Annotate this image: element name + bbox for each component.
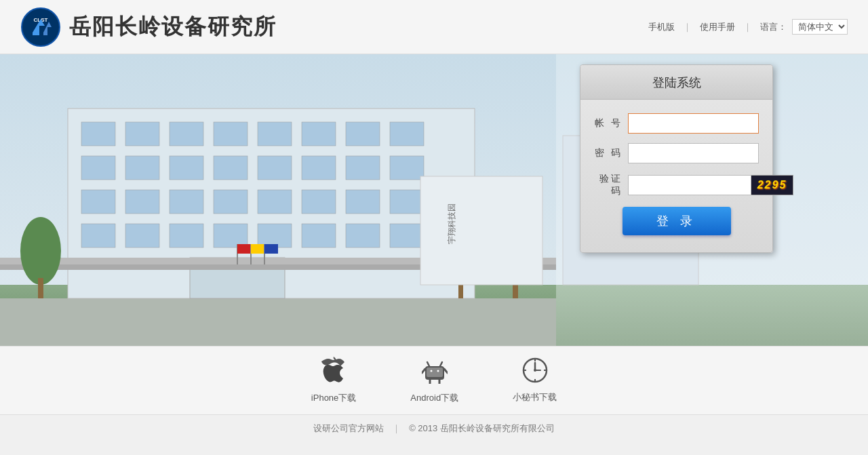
svg-rect-26 bbox=[170, 190, 203, 214]
password-label: 密 码 bbox=[594, 147, 628, 159]
account-label: 帐 号 bbox=[594, 117, 628, 130]
svg-rect-13 bbox=[302, 122, 336, 146]
svg-line-68 bbox=[444, 369, 448, 373]
captcha-text: 2295 bbox=[757, 179, 787, 191]
site-title: 岳阳长岭设备研究所 bbox=[69, 12, 277, 42]
logo-area: CLST 岳阳长岭设备研究所 bbox=[20, 7, 277, 47]
mobile-version-link[interactable]: 手机版 bbox=[648, 21, 675, 33]
svg-rect-8 bbox=[81, 122, 115, 146]
manual-link[interactable]: 使用手册 bbox=[700, 21, 735, 33]
nav-separator-2: ｜ bbox=[743, 21, 752, 33]
iphone-download-label: iPhone下载 bbox=[311, 392, 356, 404]
xiaomishu-download-label: 小秘书下载 bbox=[513, 391, 557, 403]
nav-separator-1: ｜ bbox=[683, 21, 692, 33]
svg-rect-6 bbox=[0, 298, 556, 346]
apple-icon bbox=[321, 357, 346, 388]
lang-label: 语言： bbox=[760, 21, 787, 33]
svg-rect-34 bbox=[170, 224, 203, 248]
svg-rect-33 bbox=[125, 224, 159, 248]
svg-text:宇翔科技园: 宇翔科技园 bbox=[447, 203, 456, 244]
svg-rect-55 bbox=[420, 176, 542, 285]
svg-line-67 bbox=[422, 369, 425, 373]
svg-rect-35 bbox=[214, 224, 248, 248]
header-nav: 手机版 ｜ 使用手册 ｜ 语言： 简体中文 English bbox=[648, 19, 848, 35]
company-website-link[interactable]: 设研公司官方网站 bbox=[313, 422, 384, 435]
svg-rect-15 bbox=[390, 122, 424, 146]
login-button[interactable]: 登 录 bbox=[623, 207, 731, 235]
captcha-row: 验证码 2295 bbox=[594, 173, 759, 197]
captcha-label: 验证码 bbox=[594, 173, 628, 197]
svg-rect-50 bbox=[237, 244, 251, 254]
svg-rect-38 bbox=[346, 224, 380, 248]
android-icon bbox=[422, 357, 448, 388]
login-dialog: 登陆系统 帐 号 密 码 验证码 2295 bbox=[580, 64, 773, 253]
svg-rect-29 bbox=[302, 190, 336, 214]
svg-rect-31 bbox=[390, 190, 424, 214]
login-form: 帐 号 密 码 验证码 2295 登 录 bbox=[580, 100, 772, 252]
svg-rect-27 bbox=[214, 190, 248, 214]
iphone-download-link[interactable]: iPhone下载 bbox=[311, 357, 356, 404]
svg-rect-36 bbox=[258, 224, 292, 248]
svg-rect-18 bbox=[170, 156, 203, 180]
svg-point-64 bbox=[437, 370, 439, 372]
svg-rect-9 bbox=[125, 122, 159, 146]
svg-rect-30 bbox=[346, 190, 380, 214]
svg-rect-54 bbox=[264, 244, 278, 254]
svg-rect-44 bbox=[38, 278, 43, 298]
svg-rect-60 bbox=[427, 368, 443, 377]
svg-rect-10 bbox=[170, 122, 203, 146]
svg-point-43 bbox=[20, 217, 61, 285]
svg-rect-52 bbox=[251, 244, 264, 254]
svg-point-63 bbox=[430, 370, 432, 372]
svg-rect-23 bbox=[390, 156, 424, 180]
svg-rect-22 bbox=[346, 156, 380, 180]
svg-rect-21 bbox=[302, 156, 336, 180]
svg-line-61 bbox=[427, 362, 429, 366]
svg-line-62 bbox=[440, 362, 442, 366]
account-input[interactable] bbox=[628, 113, 759, 134]
account-row: 帐 号 bbox=[594, 113, 759, 134]
footer-separator: ｜ bbox=[392, 422, 401, 435]
svg-rect-24 bbox=[81, 190, 115, 214]
svg-rect-17 bbox=[125, 156, 159, 180]
svg-rect-37 bbox=[302, 224, 336, 248]
svg-rect-11 bbox=[214, 122, 248, 146]
android-download-label: Android下载 bbox=[410, 392, 458, 404]
android-download-link[interactable]: Android下载 bbox=[410, 357, 458, 404]
clock-icon bbox=[522, 357, 548, 387]
password-row: 密 码 bbox=[594, 143, 759, 163]
password-input[interactable] bbox=[628, 143, 759, 163]
svg-rect-16 bbox=[81, 156, 115, 180]
login-title: 登陆系统 bbox=[580, 65, 772, 100]
svg-rect-39 bbox=[390, 224, 424, 248]
svg-rect-14 bbox=[346, 122, 380, 146]
captcha-input[interactable] bbox=[628, 175, 751, 195]
copyright-text: © 2013 岳阳长岭设备研究所有限公司 bbox=[409, 422, 555, 435]
svg-rect-19 bbox=[214, 156, 248, 180]
xiaomishu-download-link[interactable]: 小秘书下载 bbox=[513, 357, 557, 403]
captcha-image[interactable]: 2295 bbox=[751, 175, 793, 195]
svg-rect-20 bbox=[258, 156, 292, 180]
header: CLST 岳阳长岭设备研究所 手机版 ｜ 使用手册 ｜ 语言： 简体中文 Eng… bbox=[0, 0, 868, 54]
svg-point-0 bbox=[22, 8, 60, 46]
download-section: iPhone下载 Android下载 bbox=[0, 346, 868, 414]
svg-rect-12 bbox=[258, 122, 292, 146]
language-select[interactable]: 简体中文 English bbox=[792, 19, 848, 35]
footer: 设研公司官方网站 ｜ © 2013 岳阳长岭设备研究所有限公司 bbox=[0, 414, 868, 441]
svg-rect-32 bbox=[81, 224, 115, 248]
svg-rect-25 bbox=[125, 190, 159, 214]
logo-icon: CLST bbox=[20, 7, 61, 47]
main-content: 宇翔科技园 登陆系统 帐 号 密 码 验证码 bbox=[0, 54, 868, 346]
captcha-field-group: 2295 bbox=[628, 175, 793, 195]
svg-rect-28 bbox=[258, 190, 292, 214]
